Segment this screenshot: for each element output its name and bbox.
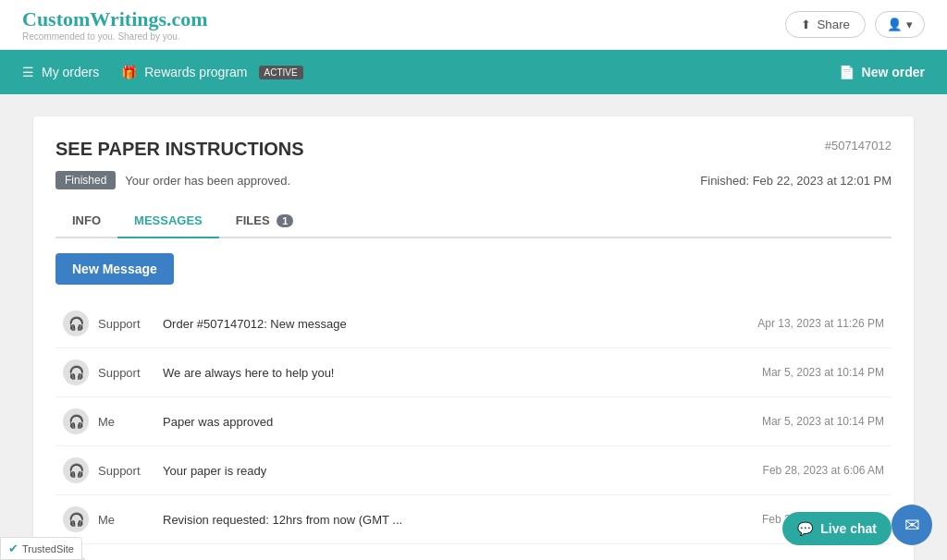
message-text: Revision requested: 12hrs from now (GMT … bbox=[163, 513, 747, 527]
new-order-label: New order bbox=[862, 65, 925, 79]
headphone-icon: 🎧 bbox=[68, 316, 84, 331]
rewards-icon: 🎁 bbox=[121, 65, 137, 79]
headphone-icon: 🎧 bbox=[68, 365, 84, 380]
messages-list: 🎧 Support Order #507147012: New message … bbox=[55, 299, 892, 560]
user-menu-button[interactable]: 👤 ▾ bbox=[875, 11, 925, 38]
chat-icon: 💬 bbox=[797, 521, 813, 536]
message-sender: Me bbox=[98, 415, 163, 429]
message-time: Apr 13, 2023 at 11:26 PM bbox=[757, 317, 884, 330]
finished-date: Finished: Feb 22, 2023 at 12:01 PM bbox=[700, 174, 892, 188]
message-row[interactable]: 🎧 Me Revision requested: 12hrs from now … bbox=[55, 495, 892, 544]
rewards-badge: ACTIVE bbox=[259, 66, 303, 79]
message-sender: Support bbox=[98, 317, 163, 331]
message-avatar: 🎧 bbox=[63, 408, 89, 434]
trusted-icon: ✔ bbox=[8, 542, 18, 555]
tab-files[interactable]: FILES 1 bbox=[219, 204, 311, 238]
tab-info[interactable]: INFO bbox=[55, 204, 117, 238]
tab-messages[interactable]: MESSAGES bbox=[117, 204, 219, 238]
new-order-button[interactable]: 📄 New order bbox=[839, 65, 925, 79]
page-title: SEE PAPER INSTRUCTIONS bbox=[55, 139, 304, 160]
message-time: Feb 28, 2023 at 6:06 AM bbox=[763, 464, 884, 477]
order-card: SEE PAPER INSTRUCTIONS #507147012 Finish… bbox=[33, 116, 914, 560]
status-left: Finished Your order has been approved. bbox=[55, 171, 290, 189]
my-orders-label: My orders bbox=[42, 65, 99, 79]
message-avatar: 🎧 bbox=[63, 310, 89, 336]
message-row[interactable]: 🎧 Support Order #507147012: New message … bbox=[55, 299, 892, 348]
chat-bubble-button[interactable]: ✉ bbox=[892, 505, 932, 545]
message-row[interactable]: 🎧 Me Paper was approved Mar 5, 2023 at 1… bbox=[55, 397, 892, 446]
message-sender: Support bbox=[98, 366, 163, 380]
share-icon: ⬆ bbox=[801, 18, 811, 31]
order-id: #507147012 bbox=[825, 139, 892, 152]
status-row: Finished Your order has been approved. F… bbox=[55, 171, 892, 189]
live-chat-container: 💬 Live chat bbox=[782, 512, 892, 545]
files-badge: 1 bbox=[277, 214, 293, 227]
trusted-label: TrustedSite bbox=[22, 543, 74, 554]
nav-bar: ☰ My orders 🎁 Rewards program ACTIVE 📄 N… bbox=[0, 50, 947, 94]
header-actions: ⬆ Share 👤 ▾ bbox=[785, 11, 925, 38]
chevron-down-icon: ▾ bbox=[906, 18, 913, 31]
nav-rewards[interactable]: 🎁 Rewards program ACTIVE bbox=[121, 52, 302, 92]
message-row[interactable]: 🎧 Support We are always here to help you… bbox=[55, 348, 892, 397]
message-text: Order #507147012: New message bbox=[163, 317, 743, 331]
message-avatar: 🎧 bbox=[63, 506, 89, 532]
trusted-site-badge[interactable]: ✔ TrustedSite bbox=[0, 537, 82, 560]
message-row[interactable]: 🎧 Support Your paper is ready Feb 28, 20… bbox=[55, 446, 892, 495]
nav-my-orders[interactable]: ☰ My orders bbox=[22, 52, 99, 92]
status-badge: Finished bbox=[55, 171, 116, 189]
message-text: Your paper is ready bbox=[163, 464, 748, 478]
headphone-icon: 🎧 bbox=[68, 463, 84, 478]
message-sender: Me bbox=[98, 513, 163, 527]
tabs: INFO MESSAGES FILES 1 bbox=[55, 204, 892, 238]
orders-icon: ☰ bbox=[22, 65, 34, 79]
message-avatar: 🎧 bbox=[63, 457, 89, 483]
message-text: Paper was approved bbox=[163, 415, 747, 429]
logo-text: CustomWritings.com bbox=[22, 7, 208, 31]
share-label: Share bbox=[817, 18, 850, 31]
message-sender: Support bbox=[98, 464, 163, 478]
user-icon: 👤 bbox=[887, 18, 903, 31]
card-header: SEE PAPER INSTRUCTIONS #507147012 bbox=[55, 139, 892, 160]
message-avatar: 🎧 bbox=[63, 359, 89, 385]
new-message-button[interactable]: New Message bbox=[55, 253, 174, 285]
chat-bubble-icon: ✉ bbox=[904, 514, 920, 536]
top-header: CustomWritings.com Recommended to you. S… bbox=[0, 0, 947, 50]
live-chat-button[interactable]: 💬 Live chat bbox=[782, 512, 892, 545]
logo-subtitle: Recommended to you. Shared by you. bbox=[22, 31, 208, 42]
nav-left: ☰ My orders 🎁 Rewards program ACTIVE bbox=[22, 52, 303, 92]
headphone-icon: 🎧 bbox=[68, 512, 84, 527]
live-chat-label: Live chat bbox=[820, 521, 877, 536]
logo: CustomWritings.com Recommended to you. S… bbox=[22, 7, 208, 42]
new-order-icon: 📄 bbox=[839, 65, 855, 79]
message-text: We are always here to help you! bbox=[163, 366, 747, 380]
status-text: Your order has been approved. bbox=[125, 174, 290, 188]
rewards-label: Rewards program bbox=[144, 65, 247, 79]
headphone-icon: 🎧 bbox=[68, 414, 84, 429]
main-content: SEE PAPER INSTRUCTIONS #507147012 Finish… bbox=[11, 94, 936, 560]
message-time: Mar 5, 2023 at 10:14 PM bbox=[762, 415, 884, 428]
message-row[interactable]: 🎧 Support We are always here to help you… bbox=[55, 544, 892, 560]
share-button[interactable]: ⬆ Share bbox=[785, 11, 866, 38]
message-time: Mar 5, 2023 at 10:14 PM bbox=[762, 366, 884, 379]
